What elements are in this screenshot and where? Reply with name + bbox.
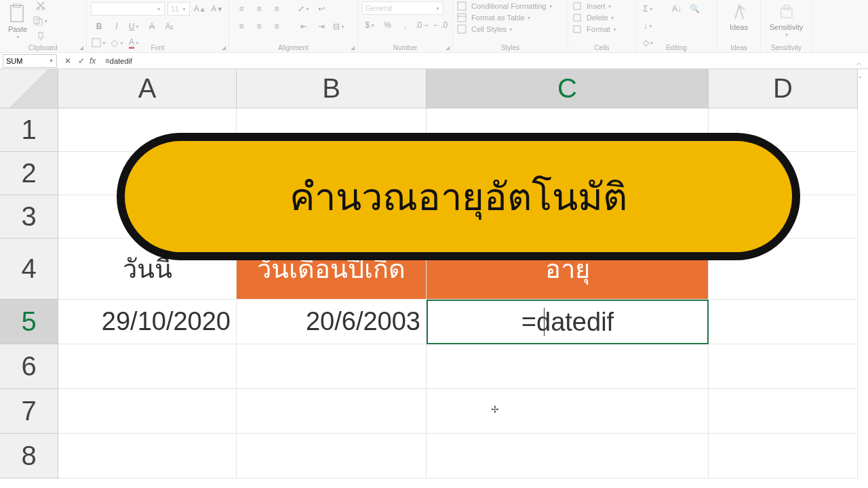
align-bottom-button[interactable]: ≡ xyxy=(269,1,285,16)
orientation-button[interactable]: ⤢▼ xyxy=(296,1,312,16)
collapse-ribbon-button[interactable]: ︿ xyxy=(856,58,863,68)
cell-d7[interactable] xyxy=(709,389,858,434)
merge-button[interactable]: ⊟▼ xyxy=(331,19,347,34)
subscript-button[interactable]: A₂ xyxy=(161,19,178,34)
cell-d6[interactable] xyxy=(709,344,858,389)
cf-icon xyxy=(457,1,467,11)
fx-icon[interactable]: fx xyxy=(90,56,96,66)
group-editing: Σ▼ A↓ 🔍 ↓▼ ◇▼ Editing xyxy=(636,0,717,53)
group-ideas: Ideas Ideas xyxy=(717,0,761,53)
comma-button[interactable]: , xyxy=(397,18,414,33)
dialog-launcher-icon[interactable]: ◢ xyxy=(222,45,226,51)
title-text: คำนวณอายุอัตโนมัติ xyxy=(290,167,627,227)
number-format-combo[interactable]: General▼ xyxy=(362,1,443,15)
sensitivity-icon xyxy=(778,3,795,22)
cell-a5[interactable]: 29/10/2020 xyxy=(58,300,237,344)
cell-c7[interactable] xyxy=(427,389,709,434)
svg-rect-8 xyxy=(458,2,466,10)
cell-c5[interactable]: =datedif xyxy=(427,300,709,344)
percent-button[interactable]: % xyxy=(380,18,396,33)
dialog-launcher-icon[interactable]: ◢ xyxy=(446,45,450,51)
ideas-icon xyxy=(731,3,747,22)
svg-rect-6 xyxy=(39,33,43,38)
italic-button[interactable]: I xyxy=(108,19,125,34)
decrease-decimal-button[interactable]: ←.0 xyxy=(432,18,448,33)
increase-decimal-button[interactable]: .0→ xyxy=(414,18,431,33)
font-size-combo[interactable]: 11▼ xyxy=(167,2,190,16)
dialog-launcher-icon[interactable]: ◢ xyxy=(79,45,83,51)
cell-d8[interactable] xyxy=(709,434,858,479)
cell-a8[interactable] xyxy=(58,434,237,479)
paste-button[interactable]: Paste ▼ xyxy=(4,2,31,41)
row-header-5[interactable]: 5 xyxy=(0,300,58,344)
bold-button[interactable]: B xyxy=(91,19,107,34)
cell-c8[interactable] xyxy=(427,434,709,479)
row-header-2[interactable]: 2 xyxy=(0,152,58,195)
decrease-indent-button[interactable]: ⇤ xyxy=(296,19,312,34)
format-painter-button[interactable] xyxy=(33,29,49,44)
format-table-button[interactable]: Format as Table▼ xyxy=(457,13,564,22)
row-header-8[interactable]: 8 xyxy=(0,434,58,479)
insert-icon xyxy=(572,1,582,11)
column-header-a[interactable]: A xyxy=(58,69,237,108)
fill-button[interactable]: ↓▼ xyxy=(640,18,656,33)
cell-b8[interactable] xyxy=(237,434,427,479)
column-header-c[interactable]: C xyxy=(427,69,709,108)
select-all-corner[interactable] xyxy=(0,69,58,108)
cell-styles-button[interactable]: Cell Styles▼ xyxy=(457,24,564,34)
row-header-1[interactable]: 1 xyxy=(0,108,58,152)
row-header-4[interactable]: 4 xyxy=(0,239,58,300)
row-header-6[interactable]: 6 xyxy=(0,344,58,389)
row-header-7[interactable]: 7 xyxy=(0,389,58,434)
sort-filter-button[interactable]: A↓ xyxy=(669,1,685,16)
name-box[interactable]: SUM▼ xyxy=(3,54,57,68)
group-sensitivity: Sensitivity ▼ Sensitivity xyxy=(761,0,812,53)
font-name-combo[interactable]: ▼ xyxy=(91,2,165,16)
expand-formula-bar-button[interactable]: ⌄ xyxy=(858,73,863,79)
align-right-button[interactable]: ≡ xyxy=(269,19,285,34)
cell-a6[interactable] xyxy=(58,344,237,389)
decrease-font-button[interactable]: A▼ xyxy=(210,1,224,16)
find-select-button[interactable]: 🔍 xyxy=(686,1,703,16)
row-header-3[interactable]: 3 xyxy=(0,195,58,239)
cell-b6[interactable] xyxy=(237,344,427,389)
underline-button[interactable]: U▼ xyxy=(126,19,142,34)
cancel-formula-button[interactable]: ✕ xyxy=(62,56,73,66)
wrap-text-button[interactable]: ↩ xyxy=(313,1,330,16)
align-top-button[interactable]: ≡ xyxy=(233,1,250,16)
copy-button[interactable]: ▼ xyxy=(33,14,49,28)
enter-formula-button[interactable]: ✓ xyxy=(76,56,87,66)
dialog-launcher-icon[interactable]: ◢ xyxy=(351,45,355,51)
svg-rect-13 xyxy=(574,14,580,21)
sensitivity-button[interactable]: Sensitivity ▼ xyxy=(765,1,808,39)
align-center-button[interactable]: ≡ xyxy=(251,19,267,34)
delete-button[interactable]: Delete▼ xyxy=(572,13,631,22)
cell-b5[interactable]: 20/6/2003 xyxy=(237,300,427,344)
cell-a7[interactable] xyxy=(58,389,237,434)
strikethrough-button[interactable]: A xyxy=(144,19,160,34)
clipboard-icon xyxy=(9,3,26,24)
increase-font-button[interactable]: A▲ xyxy=(193,1,208,16)
insert-button[interactable]: Insert▼ xyxy=(572,1,631,11)
svg-rect-0 xyxy=(11,5,23,22)
cell-c6[interactable] xyxy=(427,344,709,389)
increase-indent-button[interactable]: ⇥ xyxy=(313,19,330,34)
accounting-button[interactable]: $▼ xyxy=(362,18,378,33)
format-button[interactable]: Format▼ xyxy=(572,24,631,34)
svg-rect-9 xyxy=(458,14,466,22)
cut-button[interactable] xyxy=(33,0,49,13)
table-icon xyxy=(457,13,467,22)
group-styles: Conditional Formatting▼ Format as Table▼… xyxy=(453,0,568,53)
group-number: General▼ $▼ % , .0→ ←.0 Number ◢ xyxy=(358,0,453,53)
cell-d5[interactable] xyxy=(709,300,858,344)
ideas-button[interactable]: Ideas xyxy=(722,1,756,33)
column-header-d[interactable]: D xyxy=(709,69,858,108)
align-left-button[interactable]: ≡ xyxy=(233,19,250,34)
formula-input[interactable]: =datedif xyxy=(101,57,868,65)
autosum-button[interactable]: Σ▼ xyxy=(640,1,656,16)
copy-icon xyxy=(33,16,43,26)
cell-b7[interactable] xyxy=(237,389,427,434)
column-header-b[interactable]: B xyxy=(237,69,427,108)
align-middle-button[interactable]: ≡ xyxy=(251,1,267,16)
conditional-formatting-button[interactable]: Conditional Formatting▼ xyxy=(457,1,564,11)
